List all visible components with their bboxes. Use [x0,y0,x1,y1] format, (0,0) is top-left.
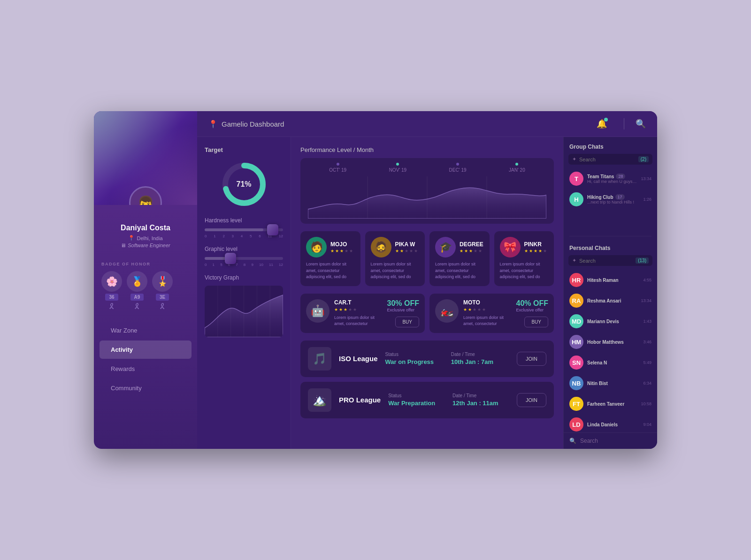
offer-exclusive-cart: Exclusive offer [387,308,419,312]
time-hobor: 3:46 [643,340,651,344]
month-dot [396,163,399,166]
personal-search-bar[interactable]: ✦ (13) [568,255,652,266]
search-bottom-icon: 🔍 [569,438,576,444]
chat-reshma[interactable]: RA Reshma Ansari 13:34 [564,290,657,311]
league-card-iso: 🎵 ISO League Status War on Progress Date… [300,341,554,377]
chat-name-titans: Team Titans [587,174,614,179]
donut-label: 71% [236,180,251,189]
char-card-pinkr: 🎀 PINKR ★★★★★ Lorem ipsum dolor sit amet… [494,231,554,286]
name-hitesh: Hitesh Raman [587,278,639,283]
chat-avatar-titans: T [569,172,583,186]
offer-stars-moto: ★★★★★ [463,307,512,312]
league-status-value-iso: War on Progress [385,358,444,365]
perf-months: OCT' 19 NOV' 19 DEC' 19 [308,163,546,173]
graphic-numbers: 0156789101112 [205,263,283,267]
perf-chart-svg [308,176,546,219]
badge-label: BADGE OF HONOR [101,262,190,266]
search-bottom[interactable]: 🔍 Search [564,432,657,449]
offer-card-moto: 🏍️ MOTO ★★★★★ Lorem ipsum dolor sit amet… [429,294,554,333]
badge-section: BADGE OF HONOR 🌸 36 🎗 🏅 A9 🎗 [94,257,197,316]
name-linda: Linda Daniels [587,422,639,427]
month-dot [456,163,459,166]
offer-exclusive-moto: Exclusive offer [516,308,548,312]
name-hobor: Hobor Matthews [587,340,639,345]
avatar-selena: SN [569,356,583,370]
chat-mariann[interactable]: MD Mariann Devis 1:43 [564,311,657,332]
personal-search-icon: ✦ [572,257,576,264]
chat-hitesh[interactable]: HR Hitesh Raman 4:55 [564,270,657,290]
badge-ribbon-2: 🎗 [133,303,141,311]
avatar-reshma: RA [569,294,583,308]
badge-num-1: 36 [105,294,118,301]
buy-button-moto[interactable]: BUY [524,317,548,327]
chat-name-hiking: Hiking Club [587,195,613,200]
center-panel: Performance Level / Month OCT' 19 NOV' 1… [291,137,563,449]
sidebar-item-activity[interactable]: Activity [100,341,192,359]
league-card-pro: 🏔️ PRO League Status War Preparation Dat… [300,382,554,418]
offer-percent-moto: 40% OFF [516,299,548,308]
name-selena: Selena N [587,360,639,365]
chat-hobor[interactable]: HM Hobor Matthews 3:46 [564,332,657,352]
chat-nitin[interactable]: NB Nitin Bist 6:34 [564,373,657,394]
league-avatar-pro: 🏔️ [308,388,331,412]
chat-farheen[interactable]: FT Farheen Tanveer 10:58 [564,394,657,414]
offer-name-cart: CAR.T [334,299,383,306]
buy-button-cart[interactable]: BUY [395,317,419,327]
group-chat-hiking[interactable]: H Hiking Club 17 ...next trip to Nandi H… [564,189,657,210]
offer-avatar-moto: 🏍️ [435,299,459,323]
group-search-input[interactable] [579,157,636,162]
user-location: 📍 Delhi, India [101,235,190,241]
offer-name-moto: MOTO [463,299,512,306]
donut-container: 71% [221,161,268,208]
personal-search-input[interactable] [579,258,633,264]
app-logo: 📍 Gamelio Dashboard [208,120,284,129]
char-card-pikaw: 🧔 PIKA W ★★★★★ Lorem ipsum dolor sit ame… [365,231,425,286]
avatar-hitesh: HR [569,273,583,287]
avatar-mariann: MD [569,314,583,328]
chat-badge-titans: 28 [616,174,625,179]
join-button-pro[interactable]: JOIN [517,393,546,407]
chat-preview-titans: Hi, call me when U guys start [587,179,637,184]
char-name-mojo: MOJO [330,241,353,248]
char-name-degree: DEGREE [460,241,483,248]
sidebar-item-community[interactable]: Community [100,379,192,397]
offer-desc-cart: Lorem ipsum dolor sit amet, consectetur [334,315,383,327]
chat-linda[interactable]: LD Linda Daniels 9:04 [564,414,657,432]
offer-desc-moto: Lorem ipsum dolor sit amet, consectetur [463,315,512,327]
chat-selena[interactable]: SN Selena N 5:49 [564,352,657,373]
month-dot [337,163,339,166]
league-name-iso: ISO League [339,355,378,363]
sidebar-hero: 👦 [94,111,197,205]
sidebar-item-warzone[interactable]: War Zone [100,321,192,340]
group-search-icon: ✦ [572,156,576,162]
graphic-slider[interactable] [205,257,283,260]
hardness-slider[interactable] [205,228,283,231]
chat-time-titans: 13:34 [641,176,651,181]
time-hitesh: 4:55 [643,278,651,282]
league-date-value-pro: 12th Jan : 11am [452,400,509,407]
notification-bell[interactable]: 🔔 [597,119,607,129]
badges-row: 🌸 36 🎗 🏅 A9 🎗 🎖️ 3E [101,271,190,311]
group-search-bar[interactable]: ✦ (2) [568,154,652,165]
search-icon[interactable]: 🔍 [636,119,646,129]
month-dec: DEC' 19 [449,163,467,173]
personal-chat-list: HR Hitesh Raman 4:55 RA Reshma Ansari 13 [564,270,657,432]
month-jan: JAN' 20 [509,163,525,173]
group-chat-titans[interactable]: T Team Titans 28 Hi, call me when U guys… [564,168,657,189]
league-status-label-iso: Status [385,352,444,357]
char-desc-degree: Lorem ipsum dolor sit amet, consectetur … [435,261,484,280]
join-button-iso[interactable]: JOIN [517,352,546,366]
badge-icon-3: 🎖️ [152,271,173,292]
group-chats-header: Group Chats [564,137,657,154]
chat-badge-hiking: 17 [615,194,625,200]
offer-card-cart: 🤖 CAR.T ★★★★★ Lorem ipsum dolor sit amet… [300,294,425,333]
league-date-label-pro: Date / Time [452,393,509,398]
sidebar-item-rewards[interactable]: Rewards [100,360,192,378]
badge-item-2: 🏅 A9 🎗 [127,271,147,311]
league-status-iso: Status War on Progress [385,352,444,365]
char-name-pikaw: PIKA W [395,241,418,248]
offer-stars-cart: ★★★★★ [334,307,383,312]
chat-time-hiking: 1:26 [643,197,651,202]
char-desc-mojo: Lorem ipsum dolor sit amet, consectetur … [306,261,355,280]
user-job: 🖥 Software Engineer [101,242,190,248]
